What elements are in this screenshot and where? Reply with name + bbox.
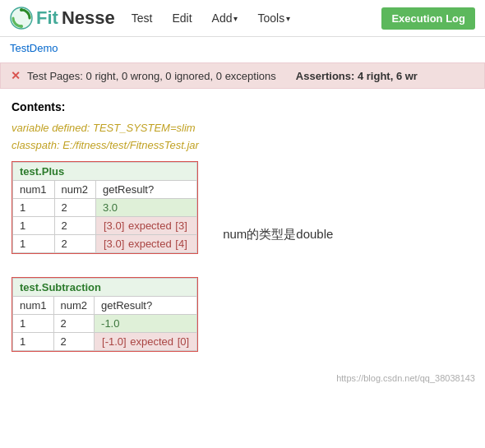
expected-label2: expected	[128, 238, 174, 250]
alert-assertions: Assertions: 4 right, 6 wr	[296, 70, 418, 82]
cell-result-fail: [3.0] expected [3]	[96, 217, 197, 235]
table-plus-col-headers: num1 num2 getResult?	[13, 181, 197, 199]
add-dropdown-icon: ▾	[233, 14, 238, 23]
svg-point-1	[20, 8, 23, 12]
actual-value: [3.0]	[103, 219, 125, 232]
table-row: 1 2 [3.0] expected [4]	[13, 235, 197, 253]
expected-value-sub: [0]	[177, 335, 190, 348]
nav-tools[interactable]: Tools ▾	[254, 10, 293, 26]
alert-icon: ✕	[11, 69, 21, 82]
variable-line: variable defined: TEST_SYSTEM=slim	[12, 122, 473, 134]
watermark: https://blog.csdn.net/qq_38038143	[336, 373, 475, 383]
cell-num1: 1	[13, 235, 55, 253]
nav-add[interactable]: Add ▾	[209, 10, 242, 26]
actual-value-sub: [-1.0]	[101, 335, 127, 348]
col-num1-sub: num1	[13, 297, 54, 315]
cell-num2: 2	[54, 217, 96, 235]
table-subtraction: test.Subtraction num1 num2 getResult? 1 …	[12, 277, 198, 352]
cell-num1-sub2: 1	[13, 333, 54, 351]
cell-num2: 2	[54, 235, 96, 253]
logo-icon	[10, 7, 33, 30]
logo-text: Fit	[36, 7, 58, 29]
expected-value: [3]	[174, 219, 187, 232]
table-row: 1 2 [-1.0] expected [0]	[13, 333, 197, 351]
cell-num2: 2	[54, 199, 96, 217]
table-plus-classname: test.Plus	[13, 163, 197, 181]
col-num2-sub: num2	[53, 297, 95, 315]
table-plus: test.Plus num1 num2 getResult? 1 2 3.0	[12, 161, 198, 254]
col-num2: num2	[54, 181, 96, 199]
col-num1: num1	[13, 181, 55, 199]
table-sub-class-row: test.Subtraction	[13, 279, 197, 297]
expected-label: expected	[128, 219, 174, 232]
breadcrumb: TestDemo	[0, 37, 485, 59]
nav-edit[interactable]: Edit	[169, 10, 195, 26]
cell-num1: 1	[13, 217, 55, 235]
expected-value2: [4]	[174, 238, 187, 250]
nav-test[interactable]: Test	[128, 10, 156, 26]
cell-num1: 1	[13, 199, 55, 217]
logo-text2: Nesse	[62, 7, 115, 29]
actual-value2: [3.0]	[103, 238, 125, 250]
logo: FitNesse	[10, 7, 115, 30]
cell-num2-sub: 2	[53, 315, 95, 333]
col-getresult-sub: getResult?	[95, 297, 197, 315]
expected-label-sub: expected	[130, 335, 176, 348]
svg-point-2	[20, 25, 23, 28]
header: FitNesse Test Edit Add ▾ Tools ▾ Executi…	[0, 0, 485, 37]
table-plus-class-row: test.Plus	[13, 163, 197, 181]
alert-text: Test Pages: 0 right, 0 wrong, 0 ignored,…	[27, 70, 276, 82]
content-area: Contents: variable defined: TEST_SYSTEM=…	[0, 92, 485, 372]
cell-result-green: 3.0	[96, 199, 197, 217]
table-sub-col-headers: num1 num2 getResult?	[13, 297, 197, 315]
classpath-line: classpath: E:/fitness/test/FitnessTest.j…	[12, 139, 473, 151]
cell-result-fail2: [3.0] expected [4]	[96, 235, 197, 253]
cell-num1-sub: 1	[13, 315, 54, 333]
table-row: 1 2 3.0	[13, 199, 197, 217]
table-row: 1 2 [3.0] expected [3]	[13, 217, 197, 235]
contents-heading: Contents:	[12, 100, 473, 113]
tools-dropdown-icon: ▾	[286, 14, 290, 23]
cell-result-sub-fail: [-1.0] expected [0]	[95, 333, 197, 351]
side-note: num的类型是double	[223, 227, 333, 241]
cell-result-sub-green: -1.0	[95, 315, 197, 333]
breadcrumb-link[interactable]: TestDemo	[10, 42, 58, 54]
col-getresult: getResult?	[96, 181, 197, 199]
table-row: 1 2 -1.0	[13, 315, 197, 333]
table-sub-classname: test.Subtraction	[13, 279, 197, 297]
execution-log-button[interactable]: Execution Log	[381, 7, 475, 30]
alert-bar: ✕ Test Pages: 0 right, 0 wrong, 0 ignore…	[0, 62, 485, 89]
cell-num2-sub2: 2	[53, 333, 95, 351]
